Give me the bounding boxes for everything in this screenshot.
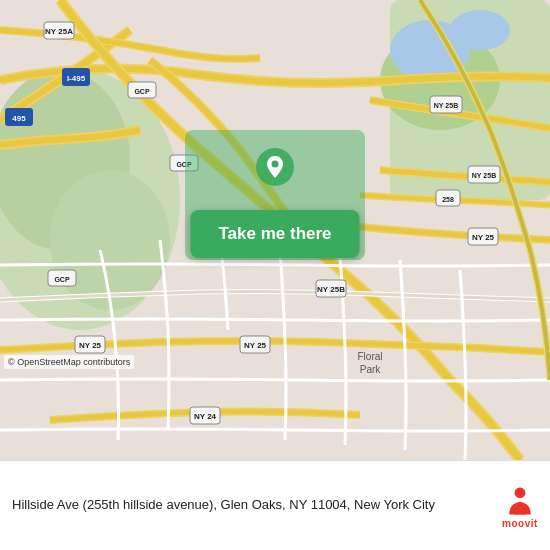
svg-text:NY 25: NY 25 [79, 341, 102, 350]
svg-text:258: 258 [442, 196, 454, 203]
svg-point-7 [450, 10, 510, 50]
svg-point-3 [50, 170, 170, 310]
destination-text: Hillside Ave (255th hillside avenue), Gl… [12, 496, 490, 514]
svg-text:NY 25B: NY 25B [317, 285, 345, 294]
bottom-bar: Hillside Ave (255th hillside avenue), Gl… [0, 460, 550, 550]
take-me-there-button[interactable]: Take me there [190, 210, 359, 258]
svg-text:Floral: Floral [357, 351, 382, 362]
svg-text:GCP: GCP [54, 276, 70, 283]
svg-text:NY 25B: NY 25B [434, 102, 458, 109]
svg-point-41 [272, 161, 279, 168]
svg-text:I-495: I-495 [67, 74, 86, 83]
svg-text:Park: Park [360, 364, 382, 375]
location-pin-icon [256, 148, 294, 186]
svg-text:495: 495 [12, 114, 26, 123]
svg-text:NY 24: NY 24 [194, 412, 217, 421]
svg-text:NY 25B: NY 25B [472, 172, 496, 179]
moovit-label: moovit [502, 518, 538, 529]
osm-attribution: © OpenStreetMap contributors [4, 355, 134, 369]
svg-point-42 [515, 487, 526, 498]
moovit-symbol-icon [502, 482, 538, 518]
svg-text:NY 25: NY 25 [244, 341, 267, 350]
svg-text:GCP: GCP [134, 88, 150, 95]
svg-text:NY 25A: NY 25A [45, 27, 73, 36]
map-container: I-495 495 NY 25A GCP GCP GCP NY 25B NY 2… [0, 0, 550, 460]
moovit-logo-icon: moovit [502, 482, 538, 529]
svg-rect-43 [513, 505, 527, 514]
svg-text:NY 25: NY 25 [472, 233, 495, 242]
